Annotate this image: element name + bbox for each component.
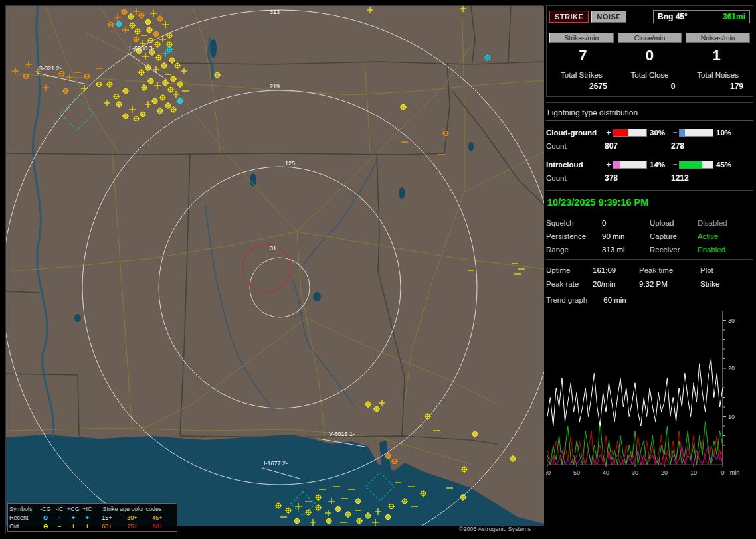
svg-text:10: 10	[690, 469, 697, 476]
trend-header: Trend graph 60 min	[546, 296, 753, 304]
map-legend: Symbols -CG -IC +CG +IC Strike age color…	[7, 503, 177, 532]
svg-text:50: 50	[573, 469, 580, 476]
bearing-distance: 361mi	[723, 12, 745, 21]
svg-text:10: 10	[728, 414, 735, 420]
strikes-per-min-value: 7	[549, 47, 616, 64]
close-per-min-button[interactable]: Close/min	[618, 33, 682, 43]
divider	[546, 190, 753, 191]
receiver-value: Enabled	[698, 246, 744, 254]
svg-text:20: 20	[728, 365, 735, 372]
uptime-label: Uptime	[546, 266, 593, 274]
legend-old-label: Old	[9, 523, 39, 530]
upload-value: Disabled	[698, 219, 744, 227]
legend-header: Symbols -CG -IC +CG +IC Strike age color…	[9, 504, 175, 513]
persistence-label: Persistence	[546, 232, 602, 240]
cloud-ground-count-row: Count 807 278	[546, 139, 753, 153]
system-section: 10/23/2025 9:39:16 PM Squelch 0 Upload D…	[546, 194, 753, 254]
plus-sign: +	[605, 160, 613, 169]
age-15: 15+	[94, 514, 120, 521]
old-ic-pos-icon: +	[80, 523, 94, 530]
cg-negative-pct: 10%	[713, 129, 736, 137]
legend-old-row: Old ⊖ − + + 60+ 75+ 90+	[9, 522, 175, 530]
intracloud-label: Intracloud	[546, 161, 605, 169]
peak-time-value: 9:32 PM	[639, 280, 700, 288]
upload-label: Upload	[650, 219, 698, 227]
noise-indicator-button[interactable]: NOISE	[591, 11, 626, 23]
trend-graph-label: Trend graph	[546, 296, 587, 304]
total-strikes-label: Total Strikes	[549, 71, 614, 79]
svg-text:I-1677 2-: I-1677 2-	[264, 460, 288, 467]
bearing-readout: Bng 45° 361mi	[653, 10, 750, 23]
uptime-grid: Uptime 161:09 Peak time Plot Peak rate 2…	[546, 266, 753, 288]
uptime-value: 161:09	[593, 266, 639, 274]
cg-negative-count: 278	[671, 141, 744, 151]
ic-negative-bar	[679, 161, 713, 169]
svg-text:min: min	[730, 469, 740, 476]
range-value: 313 mi	[602, 246, 650, 254]
strike-indicator-button[interactable]: STRIKE	[549, 11, 589, 23]
legend-recent-label: Recent	[9, 514, 39, 521]
legend-col-cg-neg: -CG	[39, 506, 52, 512]
range-label: Range	[546, 246, 602, 254]
map-view[interactable]: 31321912531 S-321 2-L-6030 3-V-6016 1-I-…	[5, 5, 543, 534]
recent-cg-pos-icon: +	[66, 514, 80, 521]
minus-sign: −	[671, 160, 679, 169]
counters-section: STRIKE NOISE Bng 45° 361mi Strikes/min C…	[546, 5, 753, 97]
total-noises-value: 179	[686, 79, 750, 91]
legend-col-cg-pos: +CG	[66, 506, 80, 512]
cloud-ground-row: Cloud-ground + 30% − 10%	[546, 126, 753, 139]
total-close-label: Total Close	[618, 71, 682, 79]
peak-rate-value: 20/min	[593, 280, 639, 288]
age-90: 90+	[145, 523, 170, 530]
persistence-value: 90 min	[602, 232, 650, 240]
noises-per-min-value: 1	[683, 47, 750, 64]
squelch-label: Squelch	[546, 219, 602, 227]
old-cg-pos-icon: +	[66, 523, 80, 530]
close-per-min-value: 0	[616, 47, 684, 64]
svg-text:S-321 2-: S-321 2-	[39, 65, 62, 72]
age-75: 75+	[120, 523, 145, 530]
legend-col-ic-neg: -IC	[52, 506, 66, 512]
divider	[546, 102, 753, 103]
ic-positive-count: 378	[605, 173, 671, 183]
ic-positive-bar	[613, 161, 647, 169]
svg-text:125: 125	[285, 160, 295, 167]
divider	[546, 259, 753, 260]
legend-col-ic-pos: +IC	[80, 506, 94, 512]
svg-text:30: 30	[632, 469, 638, 476]
squelch-value: 0	[602, 219, 650, 227]
svg-text:20: 20	[661, 469, 668, 476]
legend-symbols-label: Symbols	[9, 506, 39, 512]
peak-rate-label: Peak rate	[546, 280, 593, 288]
receiver-label: Receiver	[650, 246, 698, 254]
trend-window-value: 60 min	[603, 296, 626, 304]
capture-value: Active	[698, 232, 744, 240]
settings-grid: Squelch 0 Upload Disabled Persistence 90…	[546, 219, 753, 254]
svg-text:313: 313	[270, 9, 280, 15]
old-cg-neg-icon: ⊖	[39, 523, 52, 530]
peak-time-label: Peak time	[639, 266, 700, 274]
total-close-value: 0	[618, 79, 682, 91]
age-60: 60+	[94, 523, 120, 530]
distribution-title: Lightning type distribution	[546, 107, 753, 121]
trend-graph: 1020306050403020100min	[546, 308, 752, 479]
datetime-display: 10/23/2025 9:39:16 PM	[546, 194, 753, 212]
strikes-per-min-button[interactable]: Strikes/min	[549, 33, 614, 43]
minus-sign: −	[671, 128, 679, 137]
plot-value: Strike	[700, 280, 741, 288]
distribution-section: Lightning type distribution Cloud-ground…	[546, 107, 753, 185]
cg-positive-bar	[613, 129, 647, 137]
noises-per-min-button[interactable]: Noises/min	[686, 33, 750, 43]
ic-negative-pct: 45%	[713, 161, 736, 169]
svg-text:40: 40	[603, 469, 609, 476]
svg-text:219: 219	[270, 83, 280, 90]
age-30: 30+	[120, 514, 145, 521]
recent-cg-neg-icon: ⊖	[39, 514, 52, 521]
plus-sign: +	[605, 128, 613, 137]
capture-label: Capture	[650, 232, 698, 240]
svg-text:60: 60	[546, 469, 551, 476]
ic-positive-pct: 14%	[647, 161, 671, 169]
cg-positive-count: 807	[605, 141, 671, 151]
cloud-ground-label: Cloud-ground	[546, 129, 605, 137]
plot-label: Plot	[700, 266, 741, 274]
